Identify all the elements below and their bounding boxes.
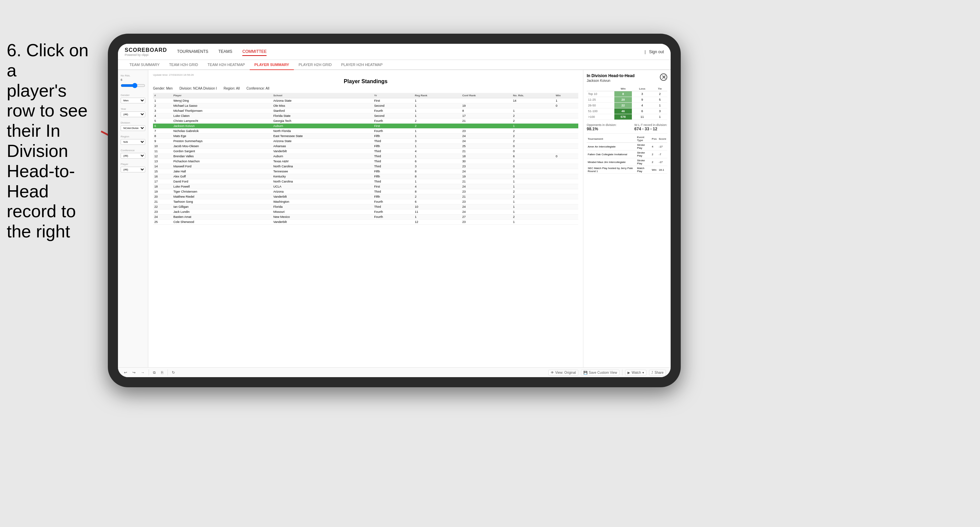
table-row[interactable]: 21 Taehoon Song Washington Fourth 6 23 1: [153, 199, 578, 205]
no-rds-slider[interactable]: [121, 83, 145, 88]
table-row[interactable]: 4 Luke Claton Florida State Second 1 17 …: [153, 113, 578, 119]
cell-school: Tennessee: [272, 169, 373, 174]
tab-player-summary[interactable]: PLAYER SUMMARY: [250, 60, 294, 70]
cell-num: 5: [153, 119, 172, 124]
tab-player-h2h-grid[interactable]: PLAYER H2H GRID: [294, 60, 336, 69]
gender-select[interactable]: Men Women: [121, 98, 145, 103]
cell-yr: Fifth: [373, 174, 414, 179]
year-select[interactable]: (All): [121, 111, 145, 117]
table-row[interactable]: 8 Mats Ege East Tennessee State Fifth 1 …: [153, 134, 578, 139]
cell-num: 15: [153, 169, 172, 174]
view-icon: 👁: [550, 371, 554, 375]
cell-win: [554, 199, 578, 205]
save-icon: 💾: [583, 371, 587, 375]
table-row[interactable]: 11 Gordon Sargent Vanderbilt Third 4 21 …: [153, 149, 578, 154]
cell-player: Preston Summerhays: [172, 139, 272, 144]
cell-yr: Fourth: [373, 199, 414, 205]
table-row[interactable]: 24 Bastien Amat New Mexico Fourth 1 27 2: [153, 214, 578, 219]
t-type: Stroke Play: [636, 158, 651, 166]
h2h-table: Win Loss Tie Top 10 8 3 2 11-25 20 9 5 2…: [587, 87, 667, 120]
table-row[interactable]: 7 Nicholas Gabrelcik North Florida Fourt…: [153, 129, 578, 134]
table-row[interactable]: 17 David Ford North Carolina Third 1 21 …: [153, 179, 578, 184]
t-score: 18-1: [658, 166, 667, 174]
cell-player: David Ford: [172, 179, 272, 184]
region-select[interactable]: N/A: [121, 139, 145, 145]
close-button[interactable]: ✕: [660, 73, 667, 81]
region-label: Region: [121, 135, 145, 138]
t-name: Mirabel Maui Jim Intercollegiate: [587, 158, 636, 166]
undo-button[interactable]: ↩: [123, 370, 129, 375]
cell-rds: 0: [512, 174, 554, 179]
cell-rds: 1: [512, 179, 554, 184]
table-row[interactable]: 3 Michael Thorbjornsen Stanford Fourth 1…: [153, 108, 578, 113]
cell-conf: 24: [461, 210, 512, 214]
cell-yr: Fifth: [373, 194, 414, 199]
nav-link-tournaments[interactable]: TOURNAMENTS: [177, 48, 208, 56]
table-row[interactable]: 12 Brendan Valles Auburn Third 1 18 6 0: [153, 154, 578, 159]
table-row[interactable]: 20 Matthew Riedel Vanderbilt Fifth 2 21 …: [153, 194, 578, 199]
cell-conf: [461, 124, 512, 129]
t-score: -17: [658, 158, 667, 166]
table-row[interactable]: 5 Christo Lamprecht Georgia Tech Fourth …: [153, 119, 578, 124]
table-row[interactable]: 18 Luke Powell UCLA First 4 24 1: [153, 184, 578, 189]
cell-win: [554, 205, 578, 210]
table-row[interactable]: 15 Jake Hall Tennessee Fifth 8 24 1: [153, 169, 578, 174]
table-row[interactable]: 10 Jacob Mou-Olesen Arkansas Fifth 1 25 …: [153, 144, 578, 149]
paste-button[interactable]: ⎘: [160, 370, 165, 375]
table-row[interactable]: 16 Alex Goff Kentucky Fifth 8 19 0: [153, 174, 578, 179]
cell-conf: 23: [461, 219, 512, 225]
cell-reg: 12: [414, 219, 461, 225]
table-row[interactable]: 1 Wenyj Ding Arizona State First 1 14 1: [153, 98, 578, 103]
watch-button[interactable]: ▶ Watch ▾: [625, 370, 646, 375]
player-select[interactable]: (All): [121, 167, 145, 172]
h2h-tie: 5: [652, 97, 667, 103]
nav-link-committee[interactable]: COMMITTEE: [242, 48, 267, 56]
tab-team-h2h-heatmap[interactable]: TEAM H2H HEATMAP: [203, 60, 250, 69]
cell-school: Missouri: [272, 210, 373, 214]
cell-rds: 1: [512, 199, 554, 205]
t-th-tournament: Tournament: [587, 135, 636, 143]
player-label: Player: [121, 163, 145, 166]
table-row[interactable]: 23 Jack Lundin Missouri Fourth 11 24 1: [153, 210, 578, 214]
t-name: SEC Match Play hosted by Jerry Pate Roun…: [587, 166, 636, 174]
cell-school: Florida: [272, 205, 373, 210]
cell-win: [554, 169, 578, 174]
nav-links: TOURNAMENTS TEAMS COMMITTEE: [177, 48, 645, 56]
table-row[interactable]: 19 Tiger Christensen Arizona Third 8 23 …: [153, 189, 578, 194]
tab-player-h2h-heatmap[interactable]: PLAYER H2H HEATMAP: [336, 60, 387, 69]
center-panel: Update time: 27/03/2024 16:56:26 Player …: [148, 70, 583, 367]
table-row[interactable]: 14 Maxwell Ford North Carolina Third 3 2…: [153, 164, 578, 169]
refresh-button[interactable]: ↻: [170, 370, 176, 375]
share-icon: ⤴: [651, 371, 653, 375]
sign-out-link[interactable]: Sign out: [649, 49, 664, 54]
table-row[interactable]: 25 Cole Sherwood Vanderbilt 12 23 1: [153, 219, 578, 225]
sidebar: No Rds. 6 Gender Men Women Year (All): [118, 70, 148, 367]
tab-team-summary[interactable]: TEAM SUMMARY: [125, 60, 164, 69]
division-select[interactable]: NCAA Division I: [121, 125, 145, 131]
save-custom-button[interactable]: 💾 Save Custom View: [581, 370, 619, 375]
h2h-win: 20: [614, 97, 632, 103]
cell-rds: 0: [512, 149, 554, 154]
redo-button[interactable]: ↪: [131, 370, 137, 375]
forward-button[interactable]: →: [140, 370, 146, 375]
table-row[interactable]: 22 Ian Gilligan Florida Third 10 24 1: [153, 205, 578, 210]
tab-team-h2h-grid[interactable]: TEAM H2H GRID: [164, 60, 203, 69]
cell-reg: 8: [414, 189, 461, 194]
cell-yr: [373, 219, 414, 225]
cell-reg: 11: [414, 210, 461, 214]
conference-select[interactable]: (All): [121, 153, 145, 159]
table-row[interactable]: 13 Pichackon Maichon Texas A&M Third 6 3…: [153, 159, 578, 164]
cell-rds: 2: [512, 119, 554, 124]
table-row[interactable]: 9 Preston Summerhays Arizona State Third…: [153, 139, 578, 144]
copy-button[interactable]: ⧉: [152, 370, 157, 375]
nav-link-teams[interactable]: TEAMS: [218, 48, 232, 56]
cell-rds: 2: [512, 194, 554, 199]
cell-num: 24: [153, 214, 172, 219]
view-original-button[interactable]: 👁 View: Original: [548, 370, 579, 375]
share-button[interactable]: ⤴ Share: [649, 370, 666, 375]
table-row[interactable]: 6 Jackson Koivun Auburn First 2 1: [153, 124, 578, 129]
sidebar-conference: Conference (All): [121, 149, 145, 159]
cell-reg: 1: [414, 134, 461, 139]
table-row[interactable]: 2 Michael La Sasso Ole Miss Second 1 19 …: [153, 103, 578, 108]
h2h-range: 26-50: [587, 103, 614, 108]
